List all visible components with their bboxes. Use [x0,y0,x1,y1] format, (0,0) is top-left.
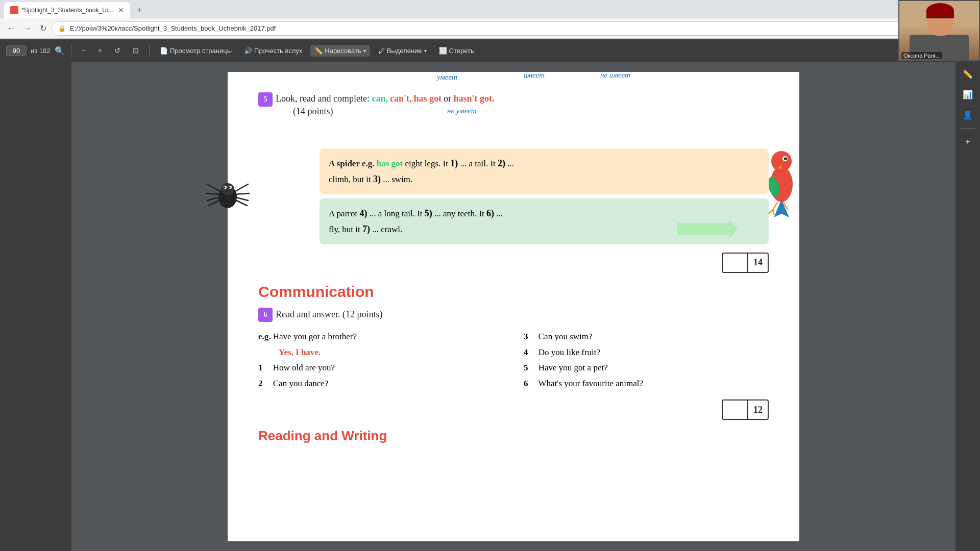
erase-icon: ⬜ [439,47,447,55]
svg-line-11 [234,193,249,194]
eg-label: A spider e.g. [329,159,377,168]
handwriting-ne-imeet: не имеет [600,71,630,80]
task6-score-blank [723,400,748,419]
task6-q6: What's your favourite animal? [538,379,643,388]
zoom-in-button[interactable]: + [94,44,106,57]
reading-writing-header: Reading and Writing [258,428,769,444]
communication-section: Communication 6 Read and answer. (12 poi… [258,283,769,420]
zoom-out-button[interactable]: − [78,44,90,57]
task6-eg-row: e.g. Have you got a brother? [258,329,503,345]
spider-num3: 3) [373,174,381,184]
spider-num2: 2) [498,158,505,168]
parrot-text1: A parrot [329,209,359,218]
toolbar-separator-2 [149,44,150,57]
svg-line-6 [207,184,221,192]
communication-header: Communication [258,283,769,300]
svg-line-23 [773,210,774,215]
task5-score-value: 14 [748,255,768,270]
eg-answer: has got [377,159,403,168]
spider-exercise-box: A spider e.g. has got eight legs. It 1) … [320,148,769,194]
spider-image [202,164,253,215]
right-sidebar: ✏️ 📊 👤 + [955,62,980,551]
forward-button[interactable]: → [20,22,35,35]
sidebar-divider [961,128,975,129]
parrot-exercise-box: A parrot 4) ... a long tail. It 5) ... a… [320,198,769,244]
task5-score-area: 14 [320,248,769,273]
exercise-area: A spider e.g. has got eight legs. It 1) … [258,148,769,273]
rotate-button[interactable]: ↺ [110,44,125,57]
spider-text1: eight legs. It [405,159,450,168]
pdf-toolbar: 90 из 182 🔍 − + ↺ ⊡ 📄 Просмотр страницы … [0,39,980,62]
navigation-toolbar: ← → ↻ 🔒 E:/Уроки/3%20класс/Spotlight_3_S… [0,18,980,39]
sidebar-tool-2[interactable]: 📊 [960,86,976,103]
refresh-button[interactable]: ↻ [37,21,50,35]
task6-item1: 1 How old are you? [258,360,503,376]
tab-title: *Spotlight_3_Students_book_Uc... [21,7,115,14]
erase-button[interactable]: ⬜ Стереть [435,45,478,57]
eg-question: Have you got a brother? [273,332,357,341]
browser-chrome: *Spotlight_3_Students_book_Uc... ✕ + ← →… [0,0,980,39]
read-aloud-button[interactable]: 🔊 Прочесть вслух [240,45,306,57]
task6-header: 6 Read and answer. (12 points) [258,308,769,322]
spider-num1: 1) [450,158,458,168]
svg-point-4 [224,187,226,188]
page-number-input[interactable]: 90 [6,45,27,56]
svg-line-20 [773,202,778,210]
url-text: E:/Уроки/3%20класс/Spotlight_3_Students_… [70,24,276,32]
sidebar-tool-1[interactable]: ✏️ [960,66,976,82]
svg-point-17 [784,157,787,160]
sidebar-tool-4[interactable]: + [960,134,976,150]
task6-right-column: 3 Can you swim? 4 Do you like fruit? 5 H… [524,329,769,391]
task5-badge: 5 [258,92,273,107]
highlight-button[interactable]: 🖊 Выделение ▾ [374,45,431,57]
parrot-image [764,138,799,220]
view-page-icon: 📄 [160,47,168,55]
draw-label: Нарисовать [325,47,361,55]
task6-score-box: 12 [722,399,769,420]
eg-answer-text: Yes, I have. [279,347,321,357]
svg-point-5 [229,187,231,188]
webcam-person-view [899,1,979,60]
handwriting-imeet: имеет [524,71,545,80]
task6-num1: 1 [258,363,263,372]
keyword-can: can, [372,93,388,104]
task5-score-blank [723,254,748,272]
task5-text: Look, read and complete: can, can't, has… [276,92,494,118]
spider-text5: ... swim. [383,174,412,184]
highlight-label: Выделение [387,47,422,55]
task6-score-area: 12 [258,395,769,420]
parrot-text2: ... a long tail. It [370,209,425,218]
task6-q3: Can you swim? [538,332,593,341]
spider-text3: ... [507,159,514,168]
tab-close-btn[interactable]: ✕ [118,6,124,14]
task5-instruction: Look, read and complete: [276,93,372,104]
new-tab-button[interactable]: + [132,3,146,17]
handwriting-umeet: умеет [437,73,457,82]
sidebar-tool-3[interactable]: 👤 [960,107,976,123]
task6-q4: Do you like fruit? [538,347,600,357]
green-arrow-decoration [677,219,738,239]
keyword-hasgot: has got [413,93,442,104]
back-button[interactable]: ← [4,22,18,35]
task6-num2: 2 [258,379,263,388]
svg-line-7 [206,193,221,194]
pdf-search-icon[interactable]: 🔍 [55,46,65,56]
task6-instruction: Read and answer. (12 points) [276,308,382,321]
pdf-content-wrapper[interactable]: умеет имеет не имеет 5 Look, read and co… [71,62,955,551]
active-tab[interactable]: *Spotlight_3_Students_book_Uc... ✕ [4,2,130,18]
parrot-text5: fly, but it [329,224,362,234]
task6-content: e.g. Have you got a brother? Yes, I have… [258,329,769,391]
parrot-num6: 6) [486,208,494,218]
spider-text2: ... a tail. It [460,159,498,168]
fit-button[interactable]: ⊡ [129,44,143,57]
address-bar[interactable]: 🔒 E:/Уроки/3%20класс/Spotlight_3_Student… [52,21,946,36]
toolbar-separator-1 [71,44,71,57]
svg-line-10 [234,184,248,192]
task6-item6: 6 What's your favourite animal? [524,376,769,392]
view-page-button[interactable]: 📄 Просмотр страницы [156,45,236,57]
task6-q2: Can you dance? [273,379,329,388]
highlight-icon: 🖊 [378,47,385,55]
handwriting-ne-umeet: не умеет [447,107,477,115]
draw-button[interactable]: ✏️ Нарисовать ▾ [310,45,370,57]
parrot-num4: 4) [359,208,367,218]
